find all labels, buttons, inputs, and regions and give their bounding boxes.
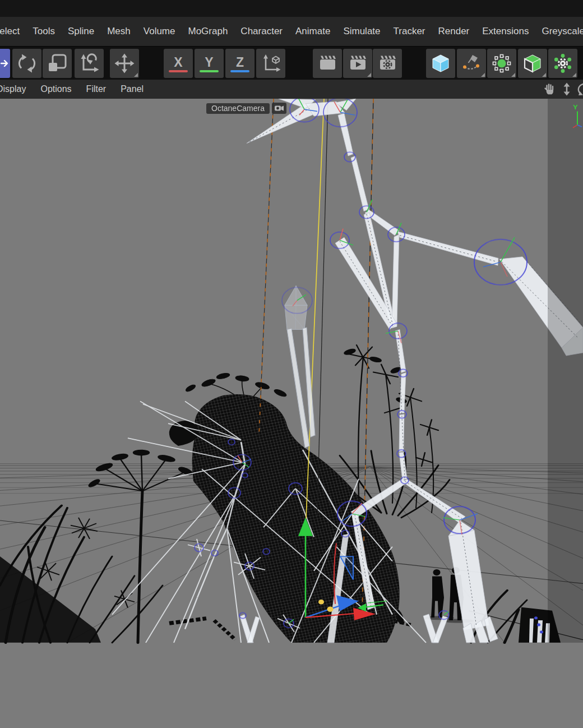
viewport-menu-item-options[interactable]: Options <box>40 84 71 94</box>
menu-item-animate[interactable]: Animate <box>295 26 330 37</box>
flyout-indicator <box>542 73 546 77</box>
camera-label[interactable]: OctaneCamera <box>206 103 270 114</box>
crystal-prism[interactable] <box>285 286 315 448</box>
render-settings-icon[interactable] <box>373 49 402 78</box>
spline-pen-icon[interactable] <box>457 49 486 78</box>
outside-camera-band <box>548 99 583 643</box>
menu-item-volume[interactable]: Volume <box>144 26 175 37</box>
camera-label-group: OctaneCamera <box>206 103 286 114</box>
flyout-indicator <box>134 73 138 77</box>
gizmo-plane-handle <box>327 606 334 612</box>
flyout-indicator <box>511 73 515 77</box>
scale-tool-icon[interactable] <box>43 49 72 78</box>
flyout-indicator <box>572 73 576 77</box>
viewport-menu-items: Display Options Filter Panel <box>0 84 144 94</box>
world-axis-y-label: Y <box>573 104 578 111</box>
viewport-menu-item-panel[interactable]: Panel <box>121 84 144 94</box>
menu-item-mograph[interactable]: MoGraph <box>188 26 228 37</box>
z-axis-underline <box>230 70 249 72</box>
y-axis-underline <box>200 70 219 72</box>
y-axis-lock[interactable]: Y <box>195 49 224 78</box>
orbit-icon[interactable] <box>577 82 583 96</box>
flyout-indicator <box>367 73 371 77</box>
generators-icon[interactable] <box>487 49 516 78</box>
menu-item-greyscalegorilla[interactable]: Greyscalegorilla <box>542 26 583 37</box>
x-axis-underline <box>169 70 188 72</box>
deformers-icon[interactable] <box>548 49 577 78</box>
app-window: Select Tools Spline Mesh Volume MoGraph … <box>0 0 583 728</box>
menu-item-render[interactable]: Render <box>438 26 470 37</box>
viewport-menu-item-display[interactable]: Display <box>0 84 26 94</box>
move-tool-icon[interactable] <box>110 49 139 78</box>
window-titlebar <box>0 0 583 17</box>
viewport-nav-tools <box>543 80 583 99</box>
rotate-tool-icon[interactable] <box>12 49 41 78</box>
render-view-icon[interactable] <box>313 49 342 78</box>
menu-item-extensions[interactable]: Extensions <box>482 26 529 37</box>
menu-item-character[interactable]: Character <box>240 26 283 37</box>
coordinate-system-icon[interactable] <box>256 49 285 78</box>
coordinates-tool-icon[interactable] <box>75 49 104 78</box>
main-toolbar: X Y Z <box>0 46 583 80</box>
x-axis-label: X <box>174 56 182 68</box>
active-tool-partial-icon[interactable] <box>0 49 10 78</box>
menu-item-mesh[interactable]: Mesh <box>107 26 131 37</box>
gizmo-plane-handle <box>318 600 324 605</box>
menu-item-tools[interactable]: Tools <box>33 26 55 37</box>
y-axis-label: Y <box>205 56 213 68</box>
menu-item-simulate[interactable]: Simulate <box>343 26 380 37</box>
camera-icon[interactable] <box>272 103 286 114</box>
menu-item-select[interactable]: Select <box>0 26 20 37</box>
main-menu-bar: Select Tools Spline Mesh Volume MoGraph … <box>0 17 583 46</box>
viewport-menu-item-filter[interactable]: Filter <box>86 84 107 94</box>
primitive-cube-icon[interactable] <box>426 49 455 78</box>
viewport-scene: Y <box>0 99 583 728</box>
z-axis-label: Z <box>236 56 244 68</box>
menu-item-spline[interactable]: Spline <box>68 26 94 37</box>
menu-items: Select Tools Spline Mesh Volume MoGraph … <box>0 26 583 37</box>
flyout-indicator <box>481 73 485 77</box>
z-axis-lock[interactable]: Z <box>225 49 255 78</box>
x-axis-lock[interactable]: X <box>164 49 193 78</box>
volume-builder-icon[interactable] <box>518 49 547 78</box>
menu-item-tracker[interactable]: Tracker <box>394 26 425 37</box>
pan-hand-icon[interactable] <box>543 82 556 96</box>
viewport-menu-bar: Display Options Filter Panel <box>0 80 583 99</box>
render-picture-viewer-icon[interactable] <box>343 49 372 78</box>
dolly-icon[interactable] <box>561 82 573 96</box>
umbel-flower <box>88 450 193 491</box>
viewport-3d[interactable]: Y OctaneCamera <box>0 99 583 728</box>
